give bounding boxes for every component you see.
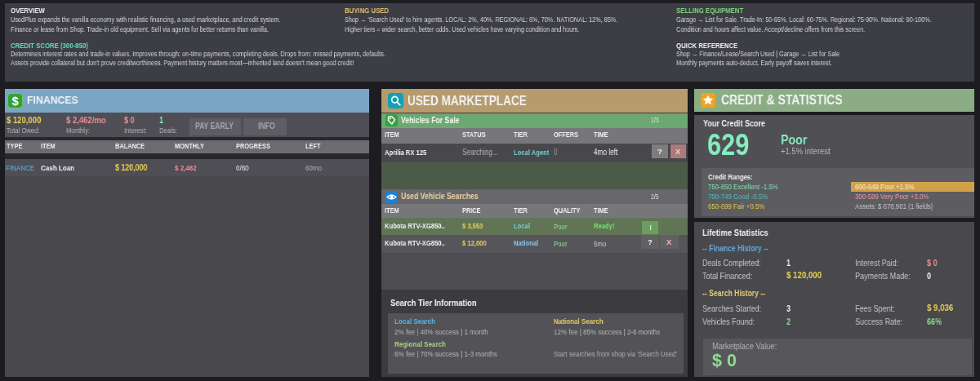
svg-text:$: $ xyxy=(11,95,18,108)
